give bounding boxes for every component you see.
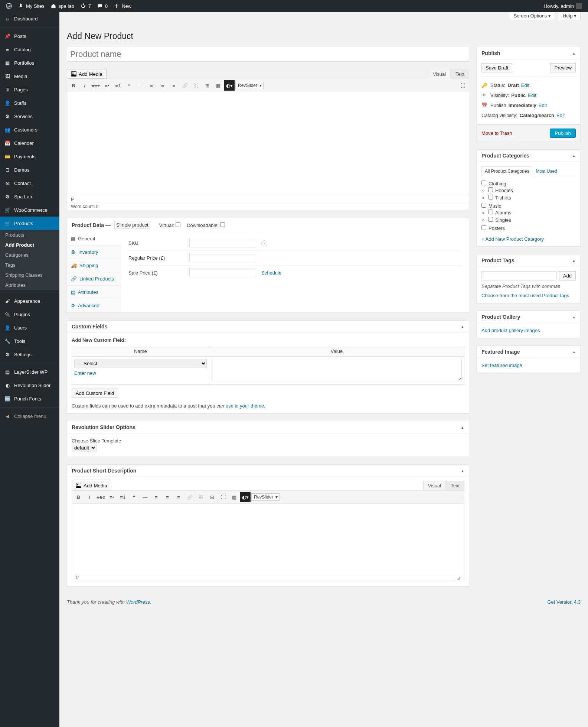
comments[interactable]: 0 <box>94 0 111 12</box>
cat-tab-all[interactable]: All Product Categories <box>481 166 532 176</box>
align-center-button[interactable]: ≡ <box>162 492 173 502</box>
cat-hoodies[interactable]: Hoodies <box>488 188 513 193</box>
menu-media[interactable]: 🖼Media <box>0 69 59 83</box>
ul-button[interactable]: ≡• <box>102 80 112 91</box>
toggle-icon[interactable]: ▲ <box>461 325 464 329</box>
menu-demos[interactable]: 🗒Demos <box>0 163 59 176</box>
menu-posts[interactable]: 📌Posts <box>0 29 59 43</box>
set-featured-link[interactable]: Set featured image <box>481 363 522 368</box>
revslider-icon-button[interactable]: ◐▾ <box>224 80 235 91</box>
menu-spa-lab[interactable]: ⚙Spa Lab <box>0 190 59 203</box>
cat-clothing[interactable]: Clothing <box>481 181 506 186</box>
unlink-button[interactable]: ⛓ <box>196 492 206 502</box>
align-left-button[interactable]: ≡ <box>146 80 157 91</box>
add-media-button[interactable]: Add Media <box>67 69 107 79</box>
toggle-icon[interactable]: ▲ <box>461 425 464 429</box>
revslider-select[interactable]: RevSlider <box>235 82 264 89</box>
tab-text[interactable]: Text <box>451 69 469 79</box>
menu-dashboard[interactable]: ⌂Dashboard <box>0 12 59 25</box>
edit-catalog-link[interactable]: Edit <box>556 113 565 118</box>
tab-visual[interactable]: Visual <box>428 69 451 79</box>
revslider-select[interactable]: RevSlider <box>251 493 280 501</box>
bold-button[interactable]: B <box>68 80 79 91</box>
version-link[interactable]: Get Version 4.3 <box>547 599 581 605</box>
help-button[interactable]: Help ▾ <box>559 12 581 20</box>
menu-products[interactable]: 🛒Products <box>0 217 59 230</box>
choose-tags-link[interactable]: Choose from the most used Product tags <box>481 293 569 298</box>
template-select[interactable]: default <box>72 444 97 452</box>
sku-help-icon[interactable]: ? <box>261 240 267 246</box>
cf-name-select[interactable]: — Select — <box>74 359 207 368</box>
cat-posters[interactable]: Posters <box>481 225 505 231</box>
toggle-icon[interactable]: ▲ <box>461 469 464 473</box>
howdy[interactable]: Howdy, admin <box>541 0 585 12</box>
pd-tab-attributes[interactable]: ▤Attributes <box>67 286 121 299</box>
screen-options-button[interactable]: Screen Options ▾ <box>510 12 555 20</box>
strike-button[interactable]: ᴀʙᴄ <box>91 80 101 91</box>
pd-tab-advanced[interactable]: ⚙Advanced <box>67 299 121 312</box>
add-custom-field-button[interactable]: Add Custom Field <box>72 389 118 398</box>
more-button[interactable]: ⊞ <box>207 492 217 502</box>
use-in-theme-link[interactable]: use in your theme <box>226 403 264 409</box>
ol-button[interactable]: ≡1 <box>118 492 128 502</box>
my-sites[interactable]: My Sites <box>15 0 48 12</box>
cat-tshirts[interactable]: T-shirts <box>488 195 511 201</box>
menu-calender[interactable]: 📅Calender <box>0 136 59 150</box>
menu-catalog[interactable]: ≡Catalog <box>0 43 59 56</box>
editor-content[interactable] <box>67 92 469 196</box>
unlink-button[interactable]: ⛓ <box>191 80 201 91</box>
cat-music[interactable]: Music <box>481 203 501 209</box>
submenu-shipping-classes[interactable]: Shipping Classes <box>0 270 59 280</box>
enter-new-link[interactable]: Enter new <box>74 370 96 376</box>
submenu-attributes[interactable]: Attributes <box>0 280 59 290</box>
wp-logo[interactable] <box>3 0 15 12</box>
align-right-button[interactable]: ≡ <box>169 80 179 91</box>
menu-services[interactable]: ⚙Services <box>0 110 59 123</box>
toggle-icon[interactable]: ▲ <box>572 51 576 55</box>
menu-users[interactable]: 👤Users <box>0 321 59 334</box>
menu-tools[interactable]: 🔧Tools <box>0 334 59 348</box>
add-tag-button[interactable]: Add <box>559 271 576 280</box>
link-button[interactable]: 🔗 <box>184 492 195 502</box>
menu-settings[interactable]: ⚙Settings <box>0 348 59 361</box>
hr-button[interactable]: — <box>140 492 150 502</box>
italic-button[interactable]: I <box>84 492 95 502</box>
add-gallery-link[interactable]: Add product gallery images <box>481 328 540 333</box>
menu-plugins[interactable]: 🔌Plugins <box>0 308 59 321</box>
downloadable-checkbox[interactable]: Downloadable: <box>187 223 225 228</box>
align-right-button[interactable]: ≡ <box>173 492 184 502</box>
edit-status-link[interactable]: Edit <box>521 82 529 88</box>
menu-customers[interactable]: 👥Customers <box>0 123 59 136</box>
ol-button[interactable]: ≡1 <box>113 80 123 91</box>
new-content[interactable]: New <box>111 0 134 12</box>
cat-tab-most[interactable]: Most Used <box>532 166 560 176</box>
edit-visibility-link[interactable]: Edit <box>528 93 536 98</box>
bold-button[interactable]: B <box>73 492 84 502</box>
toggle-icon[interactable]: ▲ <box>572 315 576 319</box>
schedule-link[interactable]: Schedule <box>261 270 281 276</box>
toolbar-toggle-button[interactable]: ▦ <box>229 492 239 502</box>
resize-handle[interactable]: ◢ <box>457 575 460 580</box>
fullscreen-button[interactable]: ⛶ <box>218 492 228 502</box>
menu-revolution-slider[interactable]: ◐Revolution Slider <box>0 379 59 392</box>
menu-portfolios[interactable]: ▦Portfolios <box>0 56 59 69</box>
link-button[interactable]: 🔗 <box>180 80 190 91</box>
quote-button[interactable]: ❝ <box>124 80 134 91</box>
short-desc-content[interactable] <box>72 504 464 574</box>
updates[interactable]: 7 <box>77 0 94 12</box>
cat-albums[interactable]: Albums <box>488 210 511 215</box>
menu-pages[interactable]: 🗎Pages <box>0 83 59 96</box>
toggle-icon[interactable]: ▲ <box>572 350 576 354</box>
menu-contact[interactable]: ✉Contact <box>0 176 59 190</box>
wordpress-link[interactable]: WordPress <box>126 599 150 605</box>
preview-button[interactable]: Preview <box>551 63 576 72</box>
virtual-checkbox[interactable]: Virtual: <box>159 223 180 228</box>
menu-layerslider-wp[interactable]: ▤LayerSlider WP <box>0 365 59 379</box>
submenu-categories[interactable]: Categories <box>0 250 59 260</box>
edit-publish-link[interactable]: Edit <box>539 103 547 108</box>
pd-tab-linked[interactable]: 🔗Linked Products <box>67 272 121 286</box>
menu-appearance[interactable]: 🖌Appearance <box>0 294 59 308</box>
cf-value-textarea[interactable] <box>212 359 462 381</box>
toggle-icon[interactable]: ▲ <box>572 259 576 263</box>
product-type-select[interactable]: Simple product ▾ <box>114 221 150 229</box>
